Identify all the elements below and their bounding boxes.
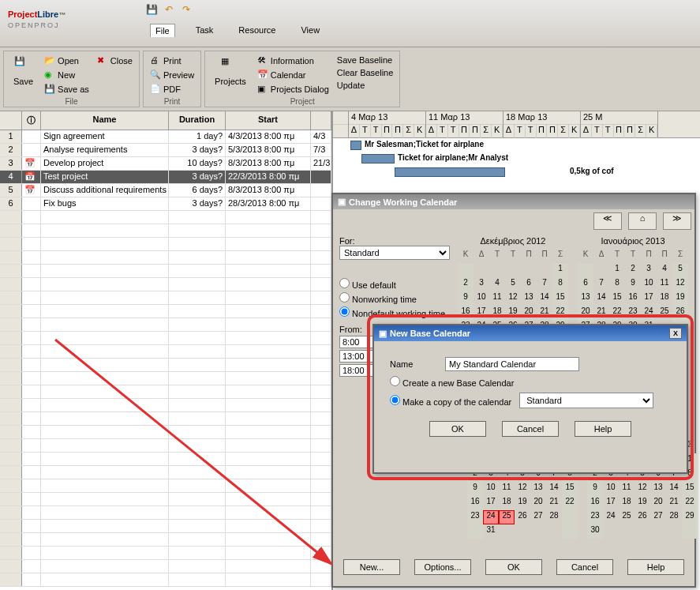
cal-cancel-button[interactable]: Cancel [556,559,613,575]
update-button[interactable]: Update [335,80,395,91]
tab-task[interactable]: Task [191,24,219,37]
opt-nondefault[interactable]: Nondefault working time [339,306,451,318]
col-rownum [0,111,22,130]
preview-button[interactable]: 🔍Preview [148,69,196,81]
calendar-button[interactable]: 📅Calendar [256,69,331,81]
opt-create-new[interactable]: Create a new Base Calendar [390,376,514,388]
undo-icon[interactable]: ↶ [163,3,175,16]
info-icon: 🛠 [257,55,268,66]
new-button[interactable]: ◉New [43,69,91,81]
group-project-label: Project [205,97,399,106]
task-row[interactable]: 2Analyse requirements3 days?5/3/2013 8:0… [0,144,331,157]
col-start[interactable]: Start [226,111,311,130]
preview-icon: 🔍 [150,70,161,81]
col-indicator: ⓘ [22,111,41,130]
newcal-name-label: Name [390,359,437,369]
clear-baseline-button[interactable]: Clear Baseline [335,67,395,78]
gantt-bar-label-3: 0,5kg of cof [570,167,614,175]
opt-nonworking[interactable]: Nonworking time [339,292,451,304]
newcal-close-button[interactable]: X [669,328,682,339]
saveas-icon: 💾 [44,84,55,95]
save-baseline-button[interactable]: Save Baseline [335,54,395,66]
cal-new-button[interactable]: New... [343,559,400,575]
new-icon: ◉ [44,70,55,81]
app-logo: ProjectLibre™ OPENPROJ [0,0,142,47]
cal-ok-button[interactable]: OK [485,559,542,575]
newcal-help-button[interactable]: Help [575,421,631,437]
task-row[interactable]: 1Sign agreement1 day?4/3/2013 8:00 πμ4/3 [0,130,331,144]
information-button[interactable]: 🛠Information [256,54,331,67]
task-row[interactable]: 5📅Discuss additional requirements6 days?… [0,184,331,197]
cal-home-button[interactable]: ⌂ [628,212,657,230]
projects-button[interactable]: ▦ Projects [210,54,251,96]
for-select[interactable]: Standard [339,246,450,260]
open-button[interactable]: 📂Open [43,54,91,67]
logo-part2: Libre [37,9,58,19]
task-row[interactable]: 3📅Develop project10 days?8/3/2013 8:00 π… [0,157,331,171]
cal-prev-button[interactable]: ≪ [593,212,622,230]
cal-next-button[interactable]: ≫ [663,212,691,230]
calendar-icon: 📅 [257,70,268,81]
tab-resource[interactable]: Resource [234,24,280,37]
newcal-name-input[interactable] [445,357,579,371]
task-row[interactable]: 6Fix bugs3 days?28/3/2013 8:00 πμ [0,197,331,211]
folder-open-icon: 📂 [44,55,55,66]
opt-make-copy[interactable]: Make a copy of the calendar [390,395,511,407]
close-button[interactable]: ✖Close [95,54,134,67]
cal-help-button[interactable]: Help [627,559,684,575]
newcal-title: New Base Calendar [390,329,470,338]
projects-icon: ▦ [221,56,240,75]
dialog-icon: ▣ [338,197,346,207]
dialog-icon: ▣ [257,84,268,95]
newcal-ok-button[interactable]: OK [429,421,486,437]
save-button[interactable]: 💾 Save [9,54,38,96]
col-duration[interactable]: Duration [169,111,226,130]
task-table: ⓘ Name Duration Start 1Sign agreement1 d… [0,111,331,590]
month1-title: Δεκέμβριος 2012 [458,236,568,246]
logo-part1: Project [8,9,37,19]
pdf-icon: 📄 [150,84,161,95]
printer-icon: 🖨 [150,55,161,66]
dialog-title: Change Working Calendar [349,197,457,207]
newcal-cancel-button[interactable]: Cancel [502,421,559,437]
redo-icon[interactable]: ↷ [180,3,193,16]
print-button[interactable]: 🖨Print [148,54,196,67]
new-base-calendar-dialog: ▣ New Base Calendar X Name Create a new … [372,324,688,474]
opt-default[interactable]: Use default [339,278,451,290]
tab-file[interactable]: File [150,24,175,37]
task-row[interactable]: 4📅Test project3 days?22/3/2013 8:00 πμ [0,171,331,184]
group-print-label: Print [144,97,200,106]
col-name[interactable]: Name [41,111,169,130]
month2-title: Ιανουάριος 2013 [578,236,688,246]
quick-access-toolbar: 💾 ↶ ↷ [142,0,700,19]
for-label: For: [339,236,451,246]
copy-source-select[interactable]: Standard [519,393,653,408]
gantt-bar-label-1: Mr Salesman;Ticket for airplane [365,140,484,148]
save-icon[interactable]: 💾 [145,3,158,16]
disk-icon: 💾 [14,56,33,75]
saveas-button[interactable]: 💾Save as [43,83,91,96]
logo-sub: OPENPROJ [8,21,134,29]
group-file-label: File [4,97,139,106]
projects-dialog-button[interactable]: ▣Projects Dialog [256,83,331,96]
close-icon: ✖ [97,55,108,66]
dialog-icon: ▣ [379,329,387,339]
cal-options-button[interactable]: Options... [414,559,471,575]
pdf-button[interactable]: 📄PDF [148,83,196,96]
gantt-bar-label-2: Ticket for airplane;Mr Analyst [398,153,508,162]
tab-view[interactable]: View [296,24,324,37]
